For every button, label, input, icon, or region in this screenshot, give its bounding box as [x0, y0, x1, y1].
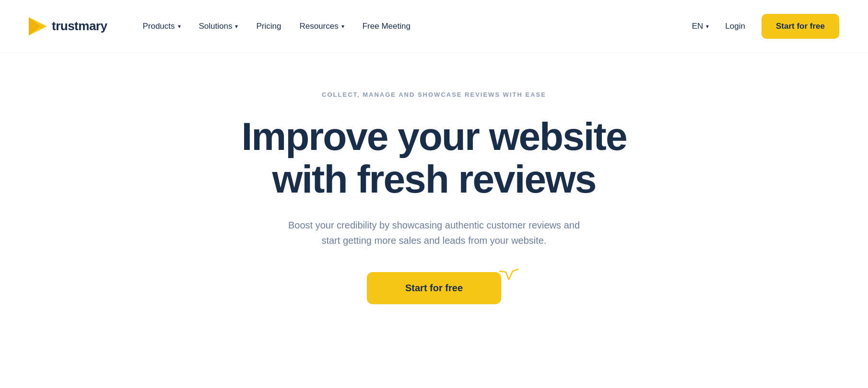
hero-section: COLLECT, MANAGE AND SHOWCASE REVIEWS WIT… [0, 53, 868, 333]
brand-name: trustmary [52, 19, 107, 34]
nav-free-meeting-label: Free Meeting [363, 22, 411, 31]
start-for-free-button-nav[interactable]: Start for free [762, 14, 839, 39]
chevron-down-icon: ▾ [341, 23, 344, 30]
nav-solutions-label: Solutions [199, 22, 233, 31]
svg-line-2 [509, 271, 513, 280]
logo-icon [29, 17, 47, 35]
nav-resources-label: Resources [299, 22, 338, 31]
logo-link[interactable]: trustmary [29, 17, 107, 35]
svg-line-4 [506, 272, 509, 280]
language-selector[interactable]: EN ▾ [692, 22, 709, 31]
nav-products[interactable]: Products ▾ [136, 18, 187, 35]
svg-marker-1 [29, 17, 40, 35]
sparkle-icon [499, 262, 518, 280]
language-label: EN [692, 22, 704, 31]
navbar: trustmary Products ▾ Solutions ▾ Pricing… [0, 0, 868, 53]
login-button[interactable]: Login [718, 18, 752, 35]
hero-cta-wrapper: Start for free [367, 272, 501, 304]
nav-solutions[interactable]: Solutions ▾ [192, 18, 245, 35]
hero-subtext: Boost your credibility by showcasing aut… [285, 217, 583, 248]
start-for-free-button-hero[interactable]: Start for free [367, 272, 501, 304]
nav-right: EN ▾ Login Start for free [692, 14, 839, 39]
nav-pricing-label: Pricing [256, 22, 281, 31]
svg-line-5 [499, 271, 506, 272]
hero-headline-line2: with fresh reviews [272, 157, 596, 201]
nav-products-label: Products [142, 22, 175, 31]
nav-links: Products ▾ Solutions ▾ Pricing Resources… [136, 18, 692, 35]
chevron-down-icon: ▾ [235, 23, 238, 30]
hero-tagline: COLLECT, MANAGE AND SHOWCASE REVIEWS WIT… [322, 91, 546, 98]
chevron-down-icon: ▾ [178, 23, 181, 30]
hero-headline-line1: Improve your website [241, 114, 626, 158]
login-label: Login [725, 22, 745, 31]
hero-headline: Improve your website with fresh reviews [241, 115, 626, 200]
nav-pricing[interactable]: Pricing [249, 18, 288, 35]
chevron-down-icon: ▾ [706, 23, 709, 30]
nav-free-meeting[interactable]: Free Meeting [356, 18, 417, 35]
nav-resources[interactable]: Resources ▾ [293, 18, 351, 35]
svg-line-3 [513, 269, 518, 271]
